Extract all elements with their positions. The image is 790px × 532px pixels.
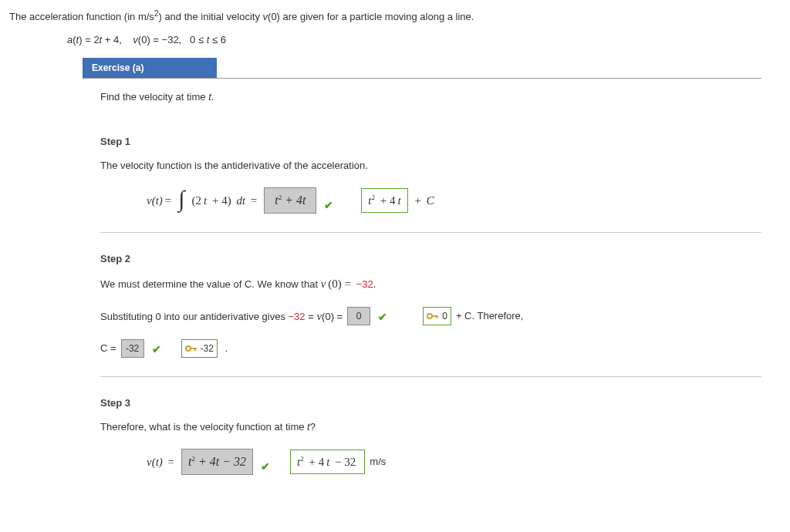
given-equations: a(t) = 2t + 4, v(0) = −32, 0 ≤ t ≤ 6	[67, 32, 781, 48]
step-text: The velocity function is the antiderivat…	[100, 158, 761, 173]
check-icon: ✔	[378, 309, 387, 325]
correct-answer-box: -32	[181, 339, 218, 358]
unit-label: m/s	[370, 454, 386, 470]
correct-answer-box: t2 + 4t	[361, 188, 407, 214]
answer-input[interactable]: t2 + 4t − 32	[181, 449, 253, 475]
correct-answer-box: 0	[423, 307, 451, 325]
step-3: Step 3 Therefore, what is the velocity f…	[100, 396, 761, 493]
exercise-tab: Exercise (a)	[83, 58, 217, 78]
step-1: Step 1 The velocity function is the anti…	[100, 134, 761, 233]
step-text: We must determine the value of C. We kno…	[100, 275, 761, 293]
problem-intro: The acceleration function (in m/s2) and …	[9, 8, 781, 25]
check-icon: ✔	[261, 459, 270, 475]
exercise-bar: Exercise (a)	[83, 58, 761, 79]
equation-row: C = -32 ✔ -32 .	[100, 339, 761, 358]
check-icon: ✔	[152, 342, 161, 358]
answer-input[interactable]: -32	[121, 339, 144, 358]
step-substitution: Substituting 0 into our antiderivative g…	[100, 307, 761, 325]
exercise-prompt: Find the velocity at time t.	[100, 89, 781, 105]
correct-answer-box: t2 + 4t − 32	[290, 450, 365, 475]
step-title: Step 2	[100, 251, 761, 267]
svg-rect-5	[194, 348, 196, 351]
answer-input[interactable]: t2 + 4t	[264, 187, 316, 214]
check-icon: ✔	[324, 197, 333, 214]
step-title: Step 1	[100, 134, 761, 150]
answer-input[interactable]: 0	[347, 307, 370, 325]
key-icon	[427, 311, 439, 321]
equation-row: v(t)= ∫ (2t + 4) dt = t2 + 4t ✔ t2 + 4t …	[147, 187, 761, 214]
key-icon	[185, 344, 198, 353]
equation-row: v(t) = t2 + 4t − 32 ✔ t2 + 4t − 32 m/s	[147, 449, 761, 475]
step-title: Step 3	[100, 396, 761, 411]
step-2: Step 2 We must determine the value of C.…	[100, 251, 761, 377]
svg-rect-2	[436, 315, 437, 318]
step-text: Therefore, what is the velocity function…	[100, 419, 761, 435]
